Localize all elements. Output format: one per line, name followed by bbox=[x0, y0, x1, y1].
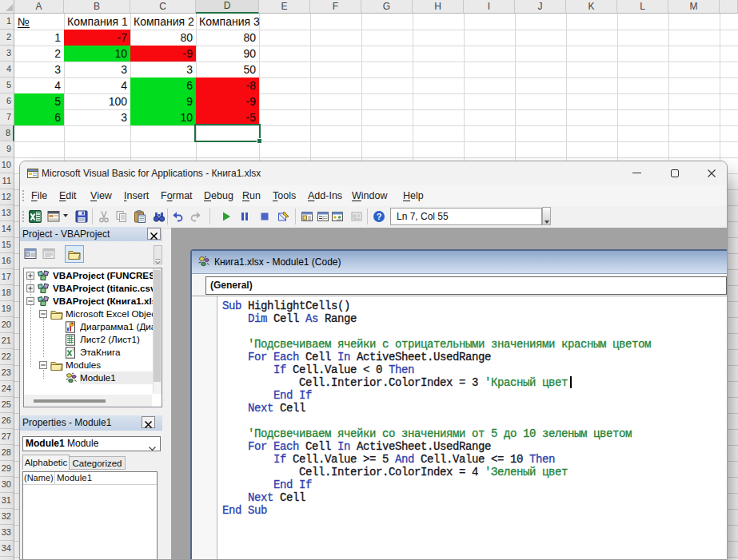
svg-text:?: ? bbox=[377, 212, 382, 221]
